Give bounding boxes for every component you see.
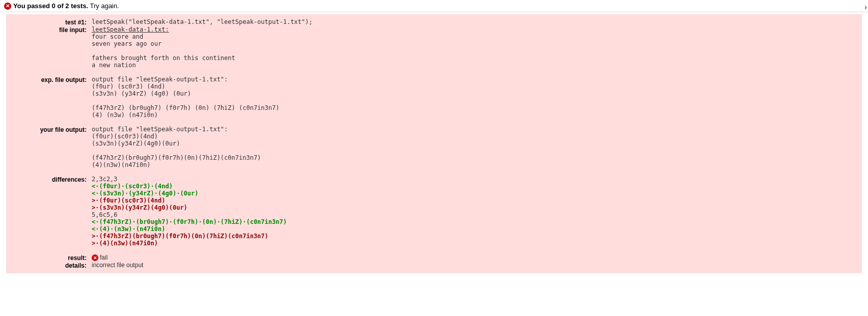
error-icon: ✕ [4,3,11,10]
diff-line: <·(f47h3rZ)·(br0ugh7)·(f0r7h)·(0n)·(7hiZ… [92,218,287,225]
diff-line: 2,3c2,3 [92,176,118,183]
label-your-output: your file output: [10,126,92,168]
label-test: test #1: [10,18,92,26]
file-input-content: leetSpeak-data-1.txt: four score and sev… [92,26,235,69]
label-result: result: [10,254,92,262]
details-value: incorrect file output [92,262,143,269]
label-exp-output: exp. file output: [10,76,92,119]
diff-line: >·(f0ur)(sc0r3)(4nd) [92,197,166,204]
label-file-input: file input: [10,26,92,69]
diff-line: >·(4)(n3w)(n47i0n) [92,240,158,247]
diff-line: <·(4)·(n3w)·(n47i0n) [92,225,166,233]
diff-line: >·(s3v3n)(y34rZ)(4g0)(0ur) [92,204,187,211]
your-output-content: output file "leetSpeak-output-1.txt": (f… [92,126,261,168]
file-input-link[interactable]: leetSpeak-data-1.txt: [92,26,169,33]
label-details: details: [10,262,92,269]
diff-line: <·(s3v3n)·(y34rZ)·(4g0)·(0ur) [92,190,199,197]
diff-line: 5,6c5,6 [92,211,118,218]
fail-icon: ✕ [92,254,98,261]
diff-line: <·(f0ur)·(sc0r3)·(4nd) [92,183,173,190]
result-value: ✕fail [92,254,107,262]
diff-content: 2,3c2,3 <·(f0ur)·(sc0r3)·(4nd) <·(s3v3n)… [92,176,287,247]
close-icon[interactable]: › [864,3,867,11]
diff-line: >·(f47h3rZ)(br0ugh7)(f0r7h)(0n)(7hiZ)(c0… [92,233,268,240]
label-differences: differences: [10,176,92,247]
status-text: You passed 0 of 2 tests. Try again. [13,2,119,10]
test-panel: test #1: leetSpeak("leetSpeak-data-1.txt… [6,14,862,273]
test-call: leetSpeak("leetSpeak-data-1.txt", "leetS… [92,18,312,26]
exp-output-content: output file "leetSpeak-output-1.txt": (f… [92,76,279,119]
status-header: ✕ You passed 0 of 2 tests. Try again. › [0,0,868,12]
